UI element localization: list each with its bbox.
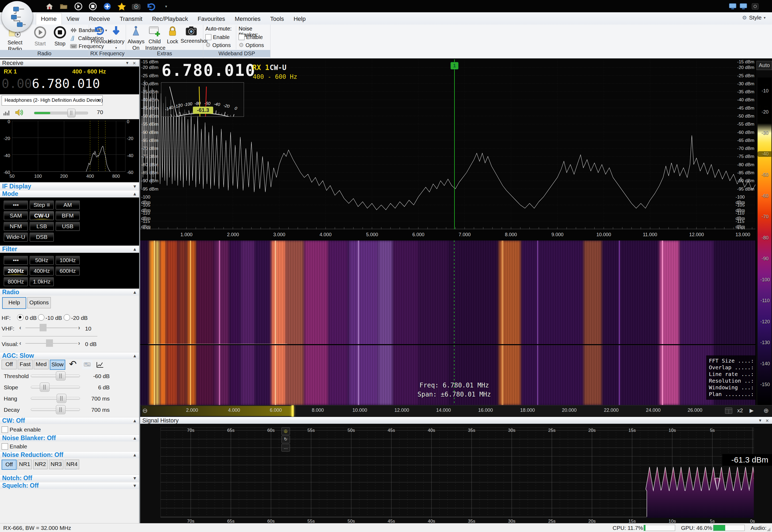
levels-icon[interactable]: [3, 109, 11, 116]
audio-device-select[interactable]: Headphones (2- High Definition Audio Dev…: [2, 95, 103, 106]
waterfall-scale-label[interactable]: 18.000: [520, 407, 535, 413]
spectrum-display[interactable]: -15 dBm-20 dBm-25 dBm-30 dBm-35 dBm-40 d…: [140, 59, 755, 229]
hf-0db-radio[interactable]: [17, 314, 24, 321]
radio-options-button[interactable]: Options: [27, 297, 51, 308]
collapse-icon[interactable]: ▾: [133, 475, 136, 482]
collapse-icon[interactable]: ▾: [133, 183, 136, 190]
waterfall-scale-label[interactable]: 4.000: [228, 407, 240, 413]
agc-decay-slider[interactable]: [31, 408, 80, 411]
spectrum-mhz-label[interactable]: 10.000: [596, 232, 611, 238]
stop-icon[interactable]: [88, 2, 97, 11]
section-header-notch[interactable]: Notch: Off▾: [0, 475, 139, 481]
mode-button--[interactable]: •••: [4, 201, 28, 209]
spectrum-mhz-label[interactable]: 2.000: [227, 232, 239, 238]
menu-tab-transmit[interactable]: Transmit: [115, 13, 147, 25]
collapse-icon[interactable]: ▴: [133, 289, 136, 296]
spectrum-mhz-label[interactable]: 3.000: [273, 232, 285, 238]
vhf-slider-thumb[interactable]: [40, 324, 47, 331]
waterfall-colorbar[interactable]: [758, 77, 771, 405]
scale-zoom-out-icon[interactable]: ⊖: [142, 407, 148, 414]
style-control[interactable]: ⚙ Style ▾: [742, 14, 766, 21]
spectrum-mhz-label[interactable]: 4.000: [319, 232, 331, 238]
home-icon[interactable]: [45, 2, 54, 11]
volume-thumb[interactable]: [67, 109, 75, 117]
menu-tab-help[interactable]: Help: [289, 13, 310, 25]
collapse-icon[interactable]: ▴: [133, 435, 136, 442]
auto-mute-enable-checkbox[interactable]: Enable: [206, 33, 230, 41]
spectrum-mhz-label[interactable]: 8.000: [505, 232, 517, 238]
agc-graph-button[interactable]: [95, 360, 105, 369]
vhf-increase-arrow[interactable]: ›: [78, 324, 80, 331]
menu-tab-tools[interactable]: Tools: [265, 13, 289, 25]
menu-tab-receive[interactable]: Receive: [84, 13, 115, 25]
screenshot-button[interactable]: Screenshot: [180, 26, 202, 44]
filter-button-50hz[interactable]: 50Hz: [30, 256, 54, 265]
filter-button-600hz[interactable]: 600Hz: [56, 267, 80, 275]
spectrum-frequency-axis[interactable]: 1.0002.0003.0004.0005.0006.0007.0008.000…: [140, 229, 755, 240]
play-icon[interactable]: [74, 2, 83, 11]
agc-threshold-slider[interactable]: [31, 375, 80, 377]
monitor2-icon[interactable]: [739, 2, 748, 11]
visual-slider-thumb[interactable]: [46, 339, 53, 347]
mode-button-nfm[interactable]: NFM: [4, 222, 28, 231]
if-display-plot[interactable]: 0-20-40-60 0-20-40-60 50100200400800: [0, 119, 139, 182]
section-header-noise-reduction[interactable]: Noise Reduction: Off▴: [0, 451, 139, 458]
collapse-icon[interactable]: ▴: [133, 352, 136, 359]
spectrum-mhz-label[interactable]: 11.000: [643, 232, 657, 238]
agc-decay-thumb[interactable]: [56, 405, 65, 414]
waterfall-scale-label[interactable]: 16.000: [478, 407, 493, 413]
mode-button-sam[interactable]: SAM: [4, 211, 28, 220]
collapse-icon[interactable]: ▾: [133, 482, 136, 489]
agc-hang-slider[interactable]: [31, 397, 80, 400]
menu-tab-favourites[interactable]: Favourites: [193, 13, 230, 25]
favourite-star-icon[interactable]: [117, 2, 126, 11]
agc-button-med[interactable]: Med: [34, 360, 49, 369]
waterfall-display[interactable]: Freq: 6.780.01 MHz Span: ±6.780.01 MHz F…: [140, 240, 755, 405]
agc-undo-icon[interactable]: ↶: [69, 359, 77, 369]
history-button[interactable]: History ▾: [108, 26, 124, 51]
menu-tab-memories[interactable]: Memories: [230, 13, 265, 25]
panel-close-icon[interactable]: ×: [766, 417, 769, 424]
waterfall-scale-bar[interactable]: 2.0004.0006.0008.00010.00012.00014.00016…: [140, 405, 772, 417]
peak-enable-checkbox[interactable]: Peak enable: [2, 426, 41, 434]
scale-zoom-in-icon[interactable]: ⊕: [763, 407, 769, 414]
window-options-icon[interactable]: [751, 2, 760, 11]
waterfall-scale-label[interactable]: 2.000: [186, 407, 198, 413]
child-instance-button[interactable]: ChildInstance: [145, 26, 164, 51]
mode-button-usb[interactable]: USB: [56, 222, 80, 231]
frequency-display[interactable]: RX 1 400 - 600 Hz 0.006.780.010: [0, 67, 139, 94]
section-header-radio[interactable]: Radio▴: [0, 289, 139, 296]
menu-tab-view[interactable]: View: [62, 13, 84, 25]
nr-button-nr1[interactable]: NR1: [17, 460, 32, 469]
scale-pane-icon[interactable]: [725, 407, 732, 414]
rx-marker-flag[interactable]: 1: [450, 62, 458, 69]
section-header-agc[interactable]: AGC: Slow▴: [0, 352, 139, 359]
waterfall-scale-label[interactable]: 12.000: [394, 407, 409, 413]
mode-button-dsb[interactable]: DSB: [30, 233, 54, 242]
mode-button-bfm[interactable]: BFM: [56, 211, 80, 220]
resize-grip[interactable]: [767, 527, 770, 531]
noise-blanker-enable-checkbox[interactable]: Enable: [239, 33, 263, 41]
visual-decrease-arrow[interactable]: ‹: [19, 340, 21, 347]
agc-button-off[interactable]: Off: [2, 360, 17, 369]
filter-button-800hz[interactable]: 800Hz: [4, 277, 28, 286]
panel-collapse-icon[interactable]: ▾: [126, 60, 128, 67]
speaker-icon[interactable]: [15, 108, 24, 117]
agc-slope-thumb[interactable]: [40, 383, 49, 392]
nr-button-nr4[interactable]: NR4: [65, 460, 79, 469]
nr-button-nr2[interactable]: NR2: [33, 460, 48, 469]
section-header-squelch[interactable]: Squelch: Off▾: [0, 482, 139, 489]
panel-collapse-icon[interactable]: ▾: [759, 417, 761, 424]
mode-button-cw-u[interactable]: CW-U: [30, 211, 54, 220]
waterfall-scale-label[interactable]: 24.000: [646, 407, 661, 413]
help-button[interactable]: Help: [2, 297, 26, 309]
app-menu-orb[interactable]: [2, 1, 33, 32]
section-header-if-display[interactable]: IF Display▾: [0, 183, 139, 190]
waterfall-scale-label[interactable]: 22.000: [604, 407, 619, 413]
volume-slider[interactable]: [34, 112, 88, 114]
nr-button-nr3[interactable]: NR3: [49, 460, 63, 469]
auto-gain-button[interactable]: Auto: [756, 61, 772, 70]
spectrum-mhz-label[interactable]: 9.000: [551, 232, 563, 238]
waterfall-scale-label[interactable]: 8.000: [312, 407, 324, 413]
nb-enable-checkbox[interactable]: Enable: [2, 442, 27, 451]
